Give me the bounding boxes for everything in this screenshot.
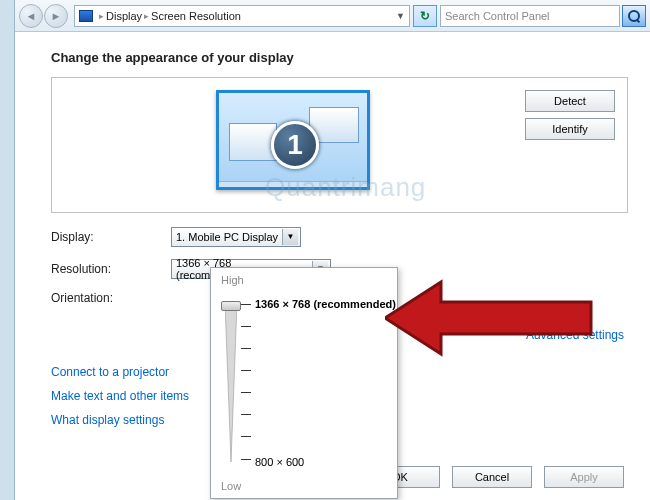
resolution-slider-panel: High 1366 × 768 (recommended) 800 × 600 … [210, 267, 398, 499]
cancel-button[interactable]: Cancel [452, 466, 532, 488]
search-button[interactable] [622, 5, 646, 27]
forward-button[interactable]: ► [44, 4, 68, 28]
chevron-down-icon[interactable]: ▼ [396, 11, 405, 21]
apply-button[interactable]: Apply [544, 466, 624, 488]
slider-current-label: 1366 × 768 (recommended) [255, 298, 396, 310]
back-button[interactable]: ◄ [19, 4, 43, 28]
toolbar: ◄ ► ▸ Display ▸ Screen Resolution ▼ ↻ Se… [15, 0, 650, 32]
page-title: Change the appearance of your display [51, 50, 628, 65]
identify-button[interactable]: Identify [525, 118, 615, 140]
orientation-label: Orientation: [51, 291, 171, 305]
resolution-label: Resolution: [51, 262, 171, 276]
nav-buttons: ◄ ► [19, 4, 68, 28]
mini-window-icon [229, 123, 277, 161]
slider-track[interactable]: 1366 × 768 (recommended) 800 × 600 [225, 304, 385, 468]
search-input[interactable]: Search Control Panel [440, 5, 620, 27]
slider-low-label: Low [221, 480, 241, 492]
display-label: Display: [51, 230, 171, 244]
display-row: Display: 1. Mobile PC Display [51, 227, 628, 247]
crumb-leaf: Screen Resolution [151, 10, 241, 22]
control-panel-icon [79, 10, 93, 22]
svg-marker-0 [225, 304, 237, 462]
control-panel-window: ◄ ► ▸ Display ▸ Screen Resolution ▼ ↻ Se… [14, 0, 650, 500]
breadcrumb[interactable]: ▸ Display ▸ Screen Resolution ▼ [74, 5, 410, 27]
search-icon [628, 10, 640, 22]
slider-min-label: 800 × 600 [255, 456, 304, 468]
crumb-root: Display [106, 10, 142, 22]
detect-button[interactable]: Detect [525, 90, 615, 112]
advanced-settings-link[interactable]: Advanced settings [526, 328, 624, 342]
monitor-number-badge: 1 [271, 121, 319, 169]
slider-thumb[interactable] [221, 301, 241, 311]
dialog-buttons: OK Cancel Apply [360, 466, 624, 488]
monitor-preview[interactable]: 1 [216, 90, 370, 190]
display-preview-box: 1 Detect Identify [51, 77, 628, 213]
slider-high-label: High [221, 274, 387, 286]
display-select[interactable]: 1. Mobile PC Display [171, 227, 301, 247]
taskbar-icon [219, 181, 367, 187]
slider-triangle-icon [225, 304, 237, 462]
refresh-button[interactable]: ↻ [413, 5, 437, 27]
